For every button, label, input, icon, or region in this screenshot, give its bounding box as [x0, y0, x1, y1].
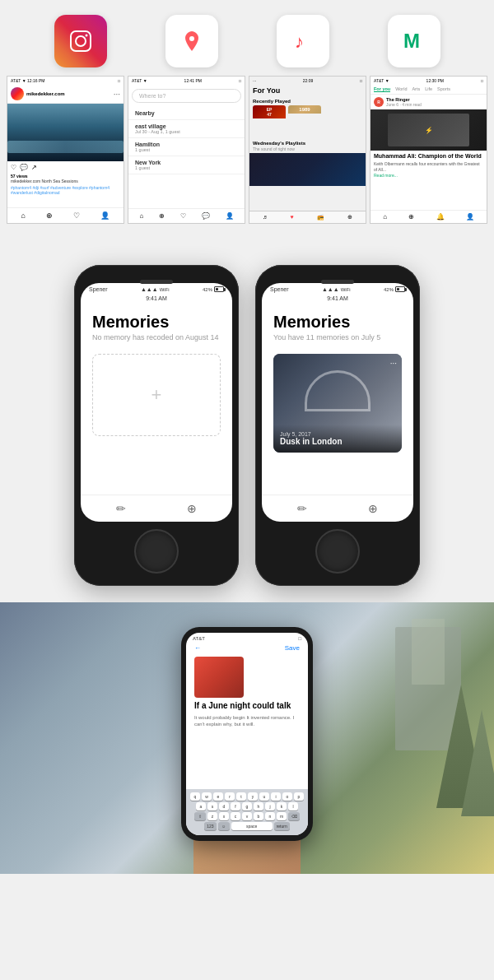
- svg-point-1: [76, 36, 86, 46]
- mock-empty-card[interactable]: +: [92, 354, 221, 436]
- mock-search-icon-right[interactable]: ⊕: [365, 500, 381, 517]
- medium-tab-foryou[interactable]: For you: [374, 86, 390, 92]
- key-i[interactable]: i: [271, 792, 281, 801]
- medium-search-icon[interactable]: ⊕: [408, 213, 414, 221]
- medium-article-text: Keith Olbermann recalls four encounters …: [374, 161, 483, 172]
- hand-save-button[interactable]: Save: [285, 644, 300, 652]
- key-y[interactable]: y: [248, 792, 258, 801]
- air-profile-nav-icon[interactable]: 👤: [226, 212, 234, 220]
- medium-profile-icon[interactable]: 👤: [466, 213, 474, 221]
- hand-phone-mockup: AT&T □ ← Save If a June night could talk…: [181, 627, 313, 841]
- medium-article-body: Muhammad Ali: Champion of the World Keit…: [370, 151, 487, 180]
- hand-back-button[interactable]: ←: [194, 644, 201, 652]
- air-east-village-sub: Jul 30 - Aug 1, 1 guest: [135, 129, 238, 134]
- key-l[interactable]: l: [288, 802, 298, 810]
- ig-status-bar: AT&T ▼ 12:16 PM □: [7, 77, 124, 85]
- key-delete[interactable]: ⌫: [288, 812, 300, 820]
- ig-actions: ♡ 💬 ↗: [7, 161, 124, 174]
- air-location-hamilton[interactable]: Hamilton 1 guest: [128, 138, 245, 156]
- ig-profile-icon[interactable]: 👤: [100, 211, 110, 220]
- ig-home-icon[interactable]: ⌂: [21, 211, 26, 220]
- key-t[interactable]: t: [236, 792, 246, 801]
- key-u[interactable]: u: [259, 792, 269, 801]
- mock-memory-dots[interactable]: ···: [390, 359, 397, 368]
- key-s[interactable]: s: [207, 802, 217, 810]
- airbnb-icon[interactable]: [165, 15, 218, 67]
- apple-music-icon[interactable]: ♪: [277, 15, 329, 67]
- air-message-icon[interactable]: 💬: [202, 212, 210, 220]
- medium-tab-arts[interactable]: Arts: [412, 86, 420, 92]
- air-new-york-title: New York: [135, 160, 238, 165]
- air-location-east-village[interactable]: east village Jul 30 - Aug 1, 1 guest: [128, 120, 245, 138]
- air-location-nearby[interactable]: Nearby: [128, 107, 245, 120]
- ig-like-icon[interactable]: ♡: [11, 164, 16, 171]
- ig-avatar: [11, 87, 24, 100]
- medium-tab-world[interactable]: World: [395, 86, 407, 92]
- key-q[interactable]: q: [190, 792, 200, 801]
- air-heart-icon[interactable]: ♡: [180, 212, 186, 220]
- music-library-icon[interactable]: ♬: [263, 214, 267, 221]
- music-search-tab-icon[interactable]: ⊕: [347, 214, 352, 221]
- instagram-icon[interactable]: [54, 15, 107, 67]
- key-g[interactable]: g: [242, 802, 252, 810]
- music-screen: ··· 22:09 □ For You Recently Played EP47…: [249, 76, 366, 224]
- album-1989[interactable]: 1989: [288, 105, 321, 138]
- medium-read-more[interactable]: Read more...: [374, 173, 483, 178]
- medium-tab-life[interactable]: Life: [425, 86, 432, 92]
- key-d[interactable]: d: [219, 802, 229, 810]
- key-z[interactable]: z: [207, 812, 217, 820]
- key-k[interactable]: k: [277, 802, 287, 810]
- ig-search-icon[interactable]: ⊕: [46, 211, 53, 220]
- music-bottom-nav: ♬ ♥ 📻 ⊕: [249, 211, 366, 223]
- key-a[interactable]: a: [196, 802, 206, 810]
- medium-icon[interactable]: M: [388, 15, 440, 67]
- mock-memory-date: July 5, 2017: [280, 431, 395, 437]
- air-hamilton-sub: 1 guest: [135, 147, 238, 152]
- air-search-bar[interactable]: Where to?: [132, 89, 241, 103]
- mock-search-icon-left[interactable]: ⊕: [184, 500, 200, 517]
- key-emoji[interactable]: ☺: [218, 822, 230, 830]
- key-w[interactable]: w: [202, 792, 212, 801]
- key-e[interactable]: e: [213, 792, 223, 801]
- ig-username: mikedekker.com: [26, 91, 65, 96]
- key-x[interactable]: x: [219, 812, 229, 820]
- air-location-new-york[interactable]: New York 1 guest: [128, 156, 245, 174]
- album-ep47-cover: EP47: [253, 105, 286, 118]
- air-search-nav-icon[interactable]: ⊕: [159, 212, 165, 220]
- key-c[interactable]: c: [231, 812, 240, 820]
- key-o[interactable]: o: [282, 792, 292, 801]
- key-m[interactable]: m: [277, 812, 287, 820]
- mock-add-icon[interactable]: +: [151, 384, 162, 406]
- key-123[interactable]: 123: [204, 822, 216, 830]
- key-h[interactable]: h: [254, 802, 263, 810]
- key-shift[interactable]: ⇧: [194, 812, 206, 820]
- mock-edit-icon-right[interactable]: ✏: [294, 500, 310, 517]
- mock-carrier-left: Spener: [89, 286, 108, 292]
- mock-carrier-right: Spener: [270, 286, 289, 292]
- key-n[interactable]: n: [265, 812, 275, 820]
- music-for-you-tab[interactable]: ♥: [290, 214, 293, 221]
- medium-tab-sports[interactable]: Sports: [437, 86, 450, 92]
- medium-home-icon[interactable]: ⌂: [383, 213, 387, 221]
- key-r[interactable]: r: [225, 792, 235, 801]
- air-home-icon[interactable]: ⌂: [139, 212, 143, 220]
- ig-share-icon[interactable]: ↗: [31, 164, 37, 171]
- key-f[interactable]: f: [231, 802, 240, 810]
- instagram-screen: AT&T ▼ 12:16 PM □ mikedekker.com ··· ♡ 💬…: [7, 76, 124, 224]
- medium-bell-icon[interactable]: 🔔: [436, 213, 445, 221]
- key-p[interactable]: p: [294, 792, 304, 801]
- key-return[interactable]: return: [274, 822, 290, 830]
- key-v[interactable]: v: [242, 812, 252, 820]
- ig-comment-icon[interactable]: 💬: [20, 164, 28, 171]
- mock-edit-icon-left[interactable]: ✏: [113, 500, 129, 517]
- music-radio-icon[interactable]: 📻: [317, 214, 324, 221]
- key-j[interactable]: j: [265, 802, 275, 810]
- ig-heart-nav-icon[interactable]: ♡: [73, 211, 80, 220]
- album-ep47[interactable]: EP47: [253, 105, 286, 138]
- mock-battery-left: 42%: [203, 286, 224, 292]
- mock-memory-card[interactable]: ··· July 5, 2017 Dusk in London: [273, 354, 402, 453]
- key-b[interactable]: b: [254, 812, 263, 820]
- ig-carrier: AT&T ▼ 12:16 PM: [11, 78, 44, 83]
- ig-menu-dots[interactable]: ···: [114, 90, 120, 99]
- key-space[interactable]: space: [231, 822, 273, 830]
